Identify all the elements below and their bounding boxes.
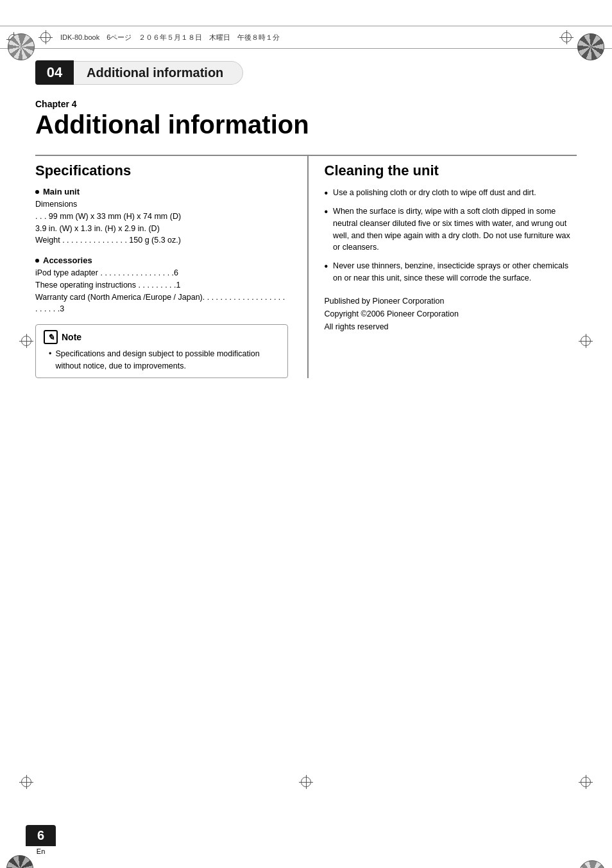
cleaning-title: Cleaning the unit xyxy=(325,162,577,179)
note-text: Specifications and design subject to pos… xyxy=(55,348,279,372)
cleaning-item-0: Use a polishing cloth or dry cloth to wi… xyxy=(325,187,577,199)
corner-decoration-br xyxy=(574,855,606,868)
chapter-number: 04 xyxy=(35,60,74,85)
page-lang: En xyxy=(37,847,45,855)
bottom-center-crosshair xyxy=(299,775,313,791)
publisher-line3: All rights reserved xyxy=(325,320,577,333)
dim-metric: . . . 99 mm (W) x 33 mm (H) x 74 mm (D) xyxy=(35,211,288,223)
two-columns: Specifications Main unit Dimensions . . … xyxy=(35,155,577,378)
page-number-container: 6 En xyxy=(26,825,56,855)
chapter-header: 04 Additional information xyxy=(35,60,577,85)
dim-imperial: 3.9 in. (W) x 1.3 in. (H) x 2.9 in. (D) xyxy=(35,223,288,235)
top-header: IDK-80.book 6ページ ２０６年５月１８日 木曜日 午後８時１分 xyxy=(0,26,612,49)
side-mark-left-mid xyxy=(19,334,33,350)
bottom-bar: 6 En xyxy=(0,825,612,855)
accessories-title: Accessories xyxy=(35,256,288,265)
note-content: • Specifications and design subject to p… xyxy=(44,348,280,372)
cleaning-list: Use a polishing cloth or dry cloth to wi… xyxy=(325,187,577,284)
bottom-right-crosshair xyxy=(579,775,593,791)
chapter-title-pill: Additional information xyxy=(74,61,243,85)
bullet-dot-main-unit xyxy=(35,190,39,194)
cleaning-item-1: When the surface is dirty, wipe with a s… xyxy=(325,205,577,254)
corner-decoration-tr xyxy=(574,32,606,64)
publisher-info: Published by Pioneer Corporation Copyrig… xyxy=(325,295,577,333)
corner-decoration-tl xyxy=(6,32,38,64)
cleaning-item-2: Never use thinners, benzine, insecticide… xyxy=(325,260,577,284)
spec-main-unit: Main unit Dimensions . . . 99 mm (W) x 3… xyxy=(35,187,288,247)
deco-circle-br xyxy=(579,860,606,868)
specifications-title: Specifications xyxy=(35,162,288,179)
weight-line: Weight . . . . . . . . . . . . . . . 150… xyxy=(35,234,288,247)
header-file-info: IDK-80.book 6ページ ２０６年５月１８日 木曜日 午後８時１分 xyxy=(60,33,280,42)
publisher-line2: Copyright ©2006 Pioneer Corporation xyxy=(325,308,577,320)
bullet-dot-accessories xyxy=(35,259,39,263)
main-content: Chapter 4 Additional information Specifi… xyxy=(35,99,577,378)
main-unit-title: Main unit xyxy=(35,187,288,196)
note-box: ✎ Note • Specifications and design subje… xyxy=(35,324,288,378)
page: IDK-80.book 6ページ ２０６年５月１８日 木曜日 午後８時１分 04… xyxy=(0,26,612,868)
chapter-main-title: Additional information xyxy=(35,110,577,139)
left-column: Specifications Main unit Dimensions . . … xyxy=(35,156,288,378)
dimensions-label: Dimensions xyxy=(35,198,288,211)
right-column: Cleaning the unit Use a polishing cloth … xyxy=(307,156,577,378)
note-header: ✎ Note xyxy=(44,330,280,344)
chapter-label: Chapter 4 xyxy=(35,99,577,109)
note-label: Note xyxy=(62,332,81,342)
accessory-item-1: These operating instructions . . . . . .… xyxy=(35,279,288,291)
spec-accessories: Accessories iPod type adapter . . . . . … xyxy=(35,256,288,315)
accessory-item-0: iPod type adapter . . . . . . . . . . . … xyxy=(35,267,288,279)
accessory-item-2: Warranty card (North America /Europe / J… xyxy=(35,291,288,316)
header-crosshair-left xyxy=(38,30,53,44)
header-crosshair-right xyxy=(559,30,574,44)
publisher-line1: Published by Pioneer Corporation xyxy=(325,295,577,308)
deco-circle-bl xyxy=(6,855,33,868)
bottom-left-crosshair xyxy=(19,775,33,791)
note-icon: ✎ xyxy=(44,330,58,344)
page-number: 6 xyxy=(26,825,56,846)
side-mark-right-mid xyxy=(579,334,593,350)
corner-decoration-bl xyxy=(6,855,38,868)
